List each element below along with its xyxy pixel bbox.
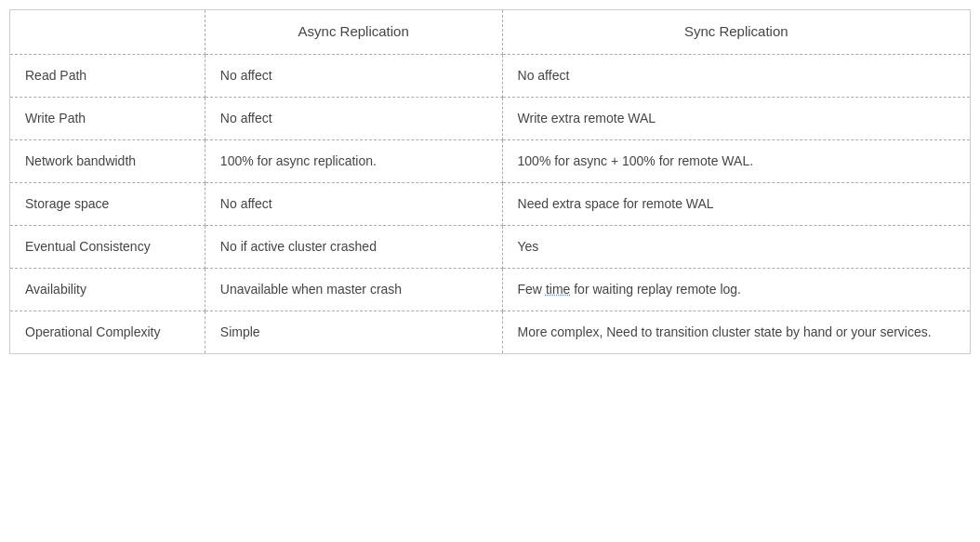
table-row: AvailabilityUnavailable when master cras… — [10, 268, 971, 311]
row-label: Availability — [10, 268, 205, 311]
row-async-value: No affect — [205, 182, 502, 225]
header-sync: Sync Replication — [502, 10, 970, 55]
row-sync-value: Write extra remote WAL — [502, 97, 970, 139]
row-label: Read Path — [10, 54, 205, 97]
row-label: Write Path — [10, 97, 205, 139]
table-row: Network bandwidth100% for async replicat… — [10, 139, 971, 182]
row-sync-value: More complex, Need to transition cluster… — [502, 311, 970, 353]
row-sync-value: 100% for async + 100% for remote WAL. — [502, 139, 970, 182]
row-sync-value: Few time for waiting replay remote log. — [502, 268, 970, 311]
underlined-word: time — [546, 282, 570, 297]
row-async-value: No affect — [205, 97, 502, 139]
table-row: Eventual ConsistencyNo if active cluster… — [10, 225, 971, 268]
row-async-value: No affect — [205, 54, 502, 97]
row-label: Eventual Consistency — [10, 225, 205, 268]
row-sync-value: No affect — [502, 54, 970, 97]
row-sync-value: Yes — [502, 225, 970, 268]
row-label: Network bandwidth — [10, 139, 205, 182]
table-row: Storage spaceNo affectNeed extra space f… — [10, 182, 971, 225]
table-row: Operational ComplexitySimpleMore complex… — [10, 311, 971, 353]
row-async-value: Simple — [205, 311, 502, 353]
row-async-value: No if active cluster crashed — [205, 225, 502, 268]
row-async-value: Unavailable when master crash — [205, 268, 502, 311]
comparison-table: Async Replication Sync Replication Read … — [9, 9, 971, 354]
table-row: Read PathNo affectNo affect — [10, 54, 971, 97]
row-async-value: 100% for async replication. — [205, 139, 502, 182]
row-sync-value: Need extra space for remote WAL — [502, 182, 970, 225]
row-label: Operational Complexity — [10, 311, 205, 353]
row-label: Storage space — [10, 182, 205, 225]
table-row: Write PathNo affectWrite extra remote WA… — [10, 97, 971, 139]
header-label — [10, 10, 205, 55]
header-async: Async Replication — [205, 10, 502, 55]
